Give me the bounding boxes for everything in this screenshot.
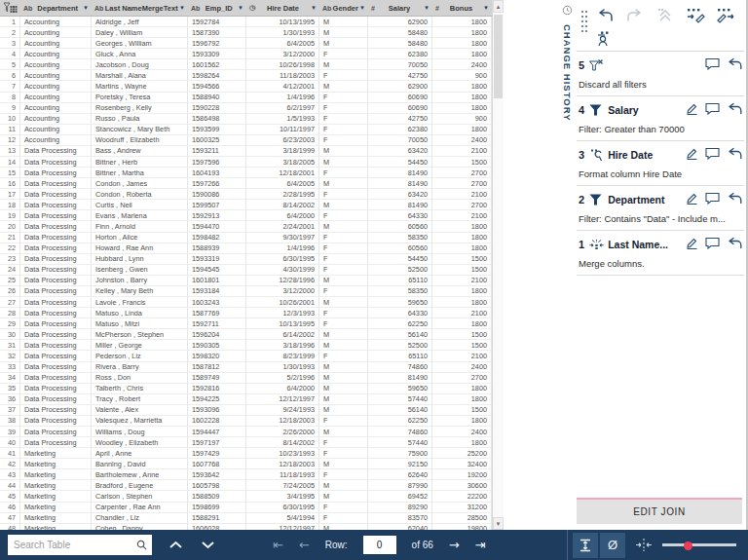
table-row[interactable]: 32Data ProcessingPederson , Liz15983208/… (0, 351, 492, 361)
table-row[interactable]: 16Data ProcessingCondon , James15972666/… (0, 178, 492, 189)
zoom-slider[interactable] (662, 541, 736, 550)
collapse-all-icon[interactable] (654, 6, 676, 25)
pencil-icon[interactable] (686, 146, 698, 164)
history-item-2[interactable]: 2DepartmentFilter: Contains "Data" - Inc… (577, 186, 744, 231)
table-row[interactable]: 44MarketingBradford , Eugene16057987/24/… (0, 480, 492, 491)
filter-dropdown-icon[interactable]: ▼ (311, 5, 317, 11)
table-scrollbar[interactable]: ▲ ▼ (492, 0, 504, 530)
first-row-icon[interactable]: ⇤ (273, 539, 283, 551)
chevron-up-icon[interactable] (167, 537, 184, 554)
next-row-icon[interactable]: → (449, 539, 460, 551)
filter-dropdown-icon[interactable]: ▼ (359, 5, 365, 11)
table-row[interactable]: 36Data ProcessingTracy , Robert159422512… (0, 394, 492, 405)
table-row[interactable]: 6AccountingMarshall , Alana159826411/18/… (0, 70, 492, 81)
undo-step-icon[interactable] (727, 101, 742, 119)
scroll-up-icon[interactable]: ▲ (493, 0, 504, 13)
undo-step-icon[interactable] (727, 146, 742, 164)
table-row[interactable]: 34Data ProcessingRoss , Don15897495/2/19… (0, 373, 492, 384)
table-row[interactable]: 18Data ProcessingCurtis , Neil15995078/1… (0, 200, 492, 210)
table-row[interactable]: 43MarketingBartholemew , Anne159364211/1… (0, 469, 492, 480)
table-row[interactable]: 31Data ProcessingMiller , George15903053… (0, 340, 492, 351)
table-row[interactable]: 42MarketingBanning , David160776812/18/2… (0, 459, 492, 469)
table-row[interactable]: 15Data ProcessingBittner , Martha1604193… (0, 168, 492, 178)
prev-row-icon[interactable]: ← (299, 539, 310, 551)
row-number-input[interactable] (363, 536, 396, 554)
table-row[interactable]: 17Data ProcessingCondon , Roberta1590086… (0, 189, 492, 200)
user-merge-icon[interactable] (594, 29, 616, 49)
column-header-bonus[interactable]: #Bonus▼ (432, 0, 492, 16)
comment-icon[interactable] (705, 191, 720, 208)
edit-transform-icon[interactable] (685, 6, 706, 25)
column-header-salary[interactable]: #Salary▼ (368, 0, 432, 16)
table-row[interactable]: 2AccountingDaley , William15873901/30/19… (0, 27, 492, 38)
null-values-icon[interactable]: Ø (600, 533, 625, 558)
table-row[interactable]: 26Data ProcessingKelley , Mary Beth15931… (0, 286, 492, 297)
filter-dropdown-icon[interactable]: ▼ (483, 5, 489, 11)
table-row[interactable]: 1AccountingAldridge , Jeff159278410/13/1… (0, 17, 492, 27)
history-item-3[interactable]: 3Hire DateFormat column Hire Date (577, 141, 744, 186)
table-row[interactable]: 39Data ProcessingWilliams , Doug15944472… (0, 427, 492, 437)
scroll-down-icon[interactable]: ▼ (493, 517, 504, 530)
filter-dropdown-icon[interactable]: ▼ (424, 5, 430, 11)
edit-join-button[interactable]: EDIT JOIN (577, 498, 742, 524)
column-header-gender[interactable]: AbGender▼ (319, 0, 368, 16)
comment-icon[interactable] (705, 236, 720, 253)
comment-icon[interactable] (705, 56, 720, 74)
edit-transform-forward-icon[interactable] (715, 6, 736, 25)
history-item-5[interactable]: 5Discard all filters (577, 52, 744, 96)
table-row[interactable]: 33Data ProcessingRivera , Barry15878121/… (0, 362, 492, 373)
column-header-department[interactable]: AbDepartment▼ (20, 0, 92, 16)
history-item-1[interactable]: 1Last Name...Merge columns. (577, 231, 744, 276)
table-row[interactable]: 11AccountingStancowicz , Mary Beth159359… (0, 125, 492, 135)
table-row[interactable]: 7AccountingMartins , Wayne15945664/12/20… (0, 81, 492, 92)
table-row[interactable]: 13Data ProcessingBass , Andrew15932113/1… (0, 146, 492, 157)
table-row[interactable]: 29Data ProcessingMatuso , Mitzi159271110… (0, 318, 492, 329)
table-row[interactable]: 41MarketingApril , Anne159742910/23/1993… (0, 448, 492, 459)
filter-dropdown-icon[interactable]: ▼ (179, 5, 185, 11)
scrollbar-thumb[interactable] (494, 15, 503, 98)
search-box[interactable] (8, 535, 152, 555)
table-row[interactable]: 35Data ProcessingTalberth , Chris1592816… (0, 384, 492, 394)
undo-icon[interactable] (594, 6, 616, 25)
table-row[interactable]: 14Data ProcessingBittner , Herb15975963/… (0, 157, 492, 168)
table-row[interactable]: 25Data ProcessingJohnston , Barry1601801… (0, 276, 492, 286)
slider-thumb[interactable] (684, 541, 692, 550)
filter-dropdown-icon[interactable]: ▼ (83, 5, 89, 11)
table-row[interactable]: 4AccountingGluck , Anna15933093/12/2000F… (0, 49, 492, 59)
filter-table-icon[interactable] (0, 0, 20, 16)
table-row[interactable]: 40Data ProcessingWoodley , Elizabeth1597… (0, 437, 492, 448)
table-row[interactable]: 20Data ProcessingFinn , Arnold15944702/2… (0, 221, 492, 232)
table-row[interactable]: 8AccountingPoretsky , Teresa15889401/4/1… (0, 93, 492, 103)
undo-step-icon[interactable] (727, 191, 742, 208)
table-row[interactable]: 27Data ProcessingLavoie , Francis1603243… (0, 297, 492, 308)
column-header-hire-date[interactable]: ◷Hire Date▼ (246, 0, 319, 16)
table-row[interactable]: 5AccountingJacobson , Doug160156210/26/1… (0, 59, 492, 70)
table-row[interactable]: 24Data ProcessingIsenberg , Gwen15945454… (0, 265, 492, 276)
table-row[interactable]: 9AccountingRosenberg , Kelly15902286/2/1… (0, 103, 492, 114)
table-row[interactable]: 28Data ProcessingMatuso , Linda158776912… (0, 308, 492, 318)
pencil-icon[interactable] (686, 236, 698, 253)
search-input[interactable] (8, 539, 136, 551)
table-row[interactable]: 19Data ProcessingEvans , Marlena15929136… (0, 210, 492, 221)
table-row[interactable]: 23Data ProcessingHubbard , Lynn15933196/… (0, 254, 492, 265)
grip-handle-icon[interactable] (580, 10, 588, 39)
table-row[interactable]: 37Data ProcessingValente , Alex15930969/… (0, 405, 492, 416)
table-row[interactable]: 10AccountingRusso , Paula15864981/5/1993… (0, 114, 492, 125)
table-row[interactable]: 45MarketingCarlson , Stephen15885093/4/1… (0, 491, 492, 502)
table-row[interactable]: 30Data ProcessingMcPherson , Stephen1596… (0, 329, 492, 340)
comment-icon[interactable] (705, 146, 720, 164)
undo-step-icon[interactable] (727, 56, 742, 74)
row-height-icon[interactable] (573, 533, 598, 558)
table-row[interactable]: 21Data ProcessingHorton , Alice15984829/… (0, 233, 492, 243)
table-row[interactable]: 22Data ProcessingHoward , Rae Ann1588939… (0, 243, 492, 254)
history-item-4[interactable]: 4SalaryFilter: Greater than 70000 (577, 96, 744, 141)
fit-columns-icon[interactable] (635, 539, 653, 551)
table-row[interactable]: 46MarketingCarpenter , Rae Ann15986996/3… (0, 503, 492, 513)
pencil-icon[interactable] (686, 191, 698, 208)
table-row[interactable]: 47MarketingChandler , Liz15882915/4/1994… (0, 513, 492, 524)
table-row[interactable]: 12AccountingWoodruff , Elizabeth16003256… (0, 135, 492, 146)
undo-step-icon[interactable] (727, 236, 742, 253)
column-header-emp-id[interactable]: AbEmp_ID▼ (188, 0, 246, 16)
comment-icon[interactable] (705, 101, 720, 119)
table-row[interactable]: 3AccountingGeorges , William15967926/4/2… (0, 38, 492, 49)
